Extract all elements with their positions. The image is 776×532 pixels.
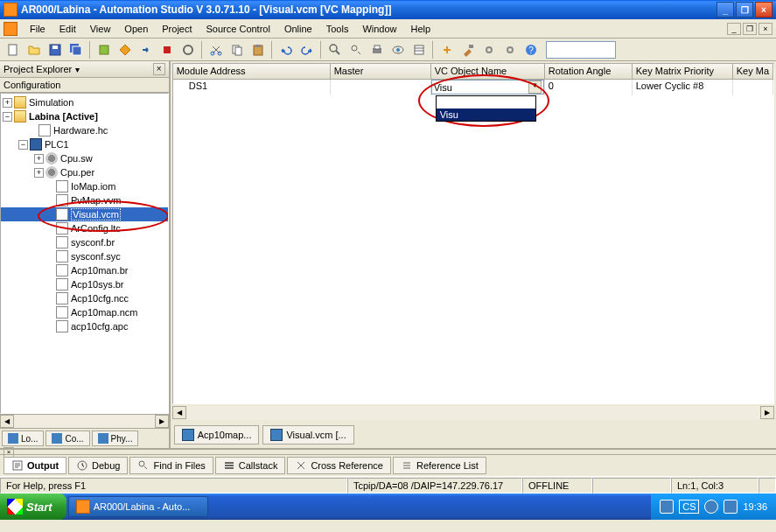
col-rotation[interactable]: Rotation Angle [545,64,633,79]
tree-item[interactable]: IoMap.iom [71,181,115,192]
gear-button[interactable] [479,40,499,60]
menu-file[interactable]: File [23,21,52,37]
cell-module-address[interactable]: DS1 [173,80,331,95]
collapse-icon[interactable]: − [18,140,28,150]
mdi-restore-button[interactable]: ❐ [743,23,757,35]
tree-item[interactable]: Cpu.sw [60,153,93,164]
find-next-button[interactable] [346,40,366,60]
connect-button[interactable] [437,40,457,60]
transfer-button[interactable] [136,40,156,60]
pin-icon[interactable]: ▾ [75,65,80,74]
paste-button[interactable] [248,40,268,60]
help-button[interactable]: ? [521,40,541,60]
mdi-close-button[interactable]: × [759,23,773,35]
dropdown-button[interactable]: ▼ [528,80,542,94]
print-button[interactable] [367,40,387,60]
cell-rotation[interactable]: 0 [545,80,633,95]
expand-icon[interactable]: + [3,98,12,108]
menu-tools[interactable]: Tools [319,21,356,37]
vc-object-combobox[interactable]: Visu ▼ [431,80,544,94]
close-button[interactable]: × [755,2,773,18]
tree-item-labina[interactable]: Labina [Active] [29,111,98,122]
output-close-button[interactable]: × [3,447,14,458]
cell-empty[interactable] [733,80,773,95]
system-tray[interactable]: CS 19:36 [651,494,776,520]
col-key-ma[interactable]: Key Ma [733,64,773,79]
open-button[interactable] [24,40,44,60]
tray-icon[interactable] [660,500,674,514]
tab-cross-reference[interactable]: Cross Reference [287,457,391,474]
language-indicator[interactable]: CS [679,500,699,514]
scroll-right-button[interactable]: ▶ [155,415,169,428]
menu-window[interactable]: Window [355,21,403,37]
redo-button[interactable] [297,40,317,60]
build-button[interactable] [115,40,135,60]
tree-item[interactable]: Acp10sys.br [71,279,124,290]
menu-project[interactable]: Project [155,21,199,37]
cell-key-matrix[interactable]: Lower Cyclic #8 [633,80,733,95]
menu-help[interactable]: Help [404,21,438,37]
clock[interactable]: 19:36 [743,501,767,512]
tree-item-simulation[interactable]: Simulation [29,97,73,108]
grid-row[interactable]: DS1 Visu ▼ 0 Lower Cyclic #8 [173,80,773,95]
cut-button[interactable] [206,40,226,60]
tab-debug[interactable]: Debug [68,457,128,474]
tree-item[interactable]: acp10cfg.apc [71,321,128,332]
vc-object-dropdown-list[interactable]: Visu [436,95,536,122]
tree-item[interactable]: sysconf.br [71,237,115,248]
pe-tab-logical[interactable]: Lo... [2,430,44,446]
tab-callstack[interactable]: Callstack [215,457,286,474]
menu-view[interactable]: View [83,21,118,37]
tray-icon[interactable] [704,500,718,514]
col-key-matrix[interactable]: Key Matrix Priority [633,64,733,79]
pe-tab-config[interactable]: Co... [45,430,89,446]
undo-button[interactable] [276,40,296,60]
cell-vc-object[interactable]: Visu ▼ [431,80,545,95]
start-button[interactable]: Start [0,494,66,520]
tree-item[interactable]: Acp10man.br [71,265,128,276]
stop-button[interactable] [157,40,177,60]
menu-source-control[interactable]: Source Control [199,21,277,37]
col-vc-object[interactable]: VC Object Name [431,64,545,79]
project-tree[interactable]: + Simulation − Labina [Active] Hardware.… [0,93,169,414]
tray-icon[interactable] [724,500,738,514]
tree-item[interactable]: Acp10map.ncm [71,307,137,318]
watch-button[interactable] [388,40,408,60]
tree-item[interactable]: ArConfig.ltc [71,223,121,234]
menu-online[interactable]: Online [277,21,319,37]
taskbar-item[interactable]: AR000/Labina - Auto... [68,496,208,517]
scroll-left-button[interactable]: ◀ [172,406,186,419]
col-master[interactable]: Master [331,64,431,79]
panel-close-button[interactable]: × [153,63,165,75]
tab-find-in-files[interactable]: Find in Files [129,457,213,474]
tree-item-plc1[interactable]: PLC1 [45,139,69,150]
col-module-address[interactable]: Module Address [173,64,331,79]
save-all-button[interactable] [66,40,86,60]
scroll-right-button[interactable]: ▶ [760,406,774,419]
maximize-button[interactable]: ❐ [736,2,753,18]
cell-master[interactable] [331,80,431,95]
monitor-button[interactable] [178,40,198,60]
minimize-button[interactable]: _ [717,2,734,18]
content-scrollbar[interactable]: ◀ ▶ [172,406,774,420]
collapse-icon[interactable]: − [3,112,12,122]
dropdown-option-empty[interactable] [437,96,535,108]
pe-tab-physical[interactable]: Phy... [92,430,139,446]
menu-edit[interactable]: Edit [52,21,83,37]
tree-item-hardware[interactable]: Hardware.hc [53,125,108,136]
find-button[interactable] [325,40,345,60]
menu-open[interactable]: Open [117,21,155,37]
tree-item[interactable]: sysconf.syc [71,251,121,262]
new-button[interactable] [3,40,23,60]
hammer-button[interactable] [458,40,478,60]
expand-icon[interactable]: + [34,168,44,178]
doc-tab-visual[interactable]: Visual.vcm [... [262,425,353,444]
tab-reference-list[interactable]: Reference List [393,457,486,474]
tree-item[interactable]: Cpu.per [60,167,94,178]
expand-icon[interactable]: + [34,154,44,164]
mdi-minimize-button[interactable]: _ [727,23,741,35]
tree-item[interactable]: PvMap.vvm [71,195,121,206]
tree-item-visual-vcm[interactable]: Visual.vcm [71,208,121,220]
generate-button[interactable] [94,40,114,60]
gear2-button[interactable] [500,40,520,60]
